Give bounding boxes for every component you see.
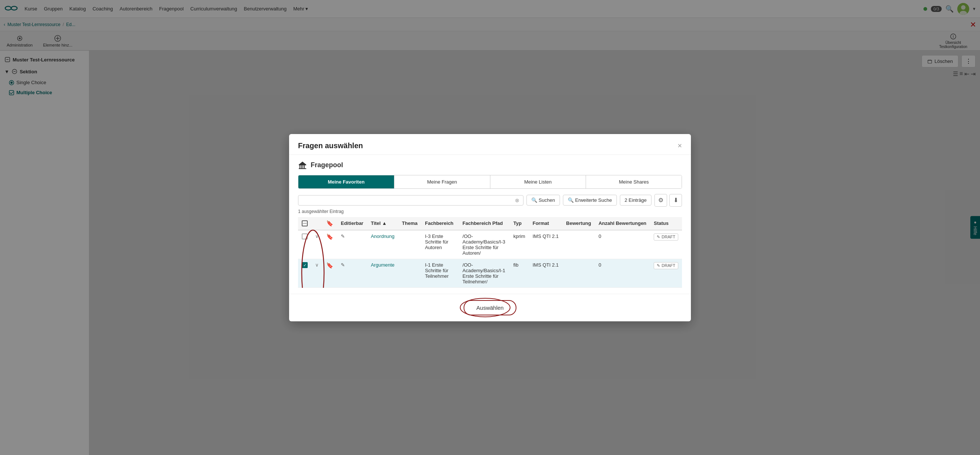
row-thema-1 <box>398 230 421 259</box>
search-magnifier-icon: 🔍 <box>531 197 537 203</box>
tab-meine-listen[interactable]: Meine Listen <box>490 176 586 188</box>
auswahlen-button[interactable]: Auswählen <box>464 300 516 315</box>
th-fachbereich-pfad[interactable]: Fachbereich Pfad <box>459 217 510 230</box>
search-clear-icon[interactable]: ⊗ <box>515 197 519 203</box>
row-format-1: IMS QTI 2.1 <box>529 230 562 259</box>
svg-rect-27 <box>302 165 303 168</box>
row-typ-1: kprim <box>510 230 529 259</box>
th-bookmark: 🔖 <box>323 217 337 230</box>
download-icon-button[interactable]: ⬇ <box>669 194 682 207</box>
selected-info: 1 ausgewählter Eintrag <box>298 209 682 214</box>
entries-count-badge: 2 Einträge <box>620 195 651 206</box>
row-edit-2[interactable]: ✎ <box>341 262 345 268</box>
modal-close-button[interactable]: × <box>678 142 682 149</box>
tab-meine-shares[interactable]: Meine Shares <box>586 176 682 188</box>
advanced-search-button[interactable]: 🔍 Erweiterte Suche <box>563 195 617 206</box>
row-typ-2: fib <box>510 259 529 287</box>
row-anzahl-2: 0 <box>595 259 651 287</box>
table-row: ∨ 🔖 ✎ Anordnung I <box>298 230 682 259</box>
th-anzahl-bewertungen[interactable]: Anzahl Bewertungen <box>595 217 651 230</box>
svg-marker-30 <box>299 161 306 164</box>
search-button[interactable]: 🔍 Suchen <box>527 195 560 206</box>
row-bookmark-2[interactable]: 🔖 <box>326 262 333 268</box>
row-anzahl-1: 0 <box>595 230 651 259</box>
row-fachbereich-pfad-2: /OO-Academy/Basics/I-1 Erste Schritte fü… <box>459 259 510 287</box>
questions-table-wrap: 🔖 Editierbar Titel ▲ Thema <box>298 217 682 288</box>
th-titel[interactable]: Titel ▲ <box>367 217 398 230</box>
fragen-auswahlen-modal: Fragen auswählen × Fragepool Me <box>289 134 691 321</box>
fragepool-label: Fragepool <box>311 161 343 169</box>
search-input-wrap: ⊗ <box>298 195 523 206</box>
settings-icon-button[interactable]: ⚙ <box>654 194 667 207</box>
th-select-all <box>298 217 312 230</box>
questions-table: 🔖 Editierbar Titel ▲ Thema <box>298 217 682 288</box>
pencil-icon: ✎ <box>657 235 660 239</box>
bookmark-header-icon: 🔖 <box>326 220 333 227</box>
adv-search-icon: 🔍 <box>568 197 574 203</box>
row-expand-1[interactable]: ∨ <box>315 233 319 239</box>
th-thema[interactable]: Thema <box>398 217 421 230</box>
row-bewertung-1 <box>563 230 595 259</box>
th-format[interactable]: Format <box>529 217 562 230</box>
row-thema-2 <box>398 259 421 287</box>
select-all-checkbox[interactable] <box>302 220 308 227</box>
row-checkbox-2[interactable] <box>302 262 308 268</box>
svg-rect-26 <box>301 165 302 168</box>
modal-title: Fragen auswählen <box>298 142 363 150</box>
tab-meine-fragen[interactable]: Meine Fragen <box>395 176 490 188</box>
svg-rect-28 <box>304 165 305 168</box>
search-bar: ⊗ 🔍 Suchen 🔍 Erweiterte Suche 2 Einträge… <box>298 194 682 207</box>
svg-rect-25 <box>299 165 300 168</box>
row-status-1: ✎ DRAFT <box>650 230 682 259</box>
row-fachbereich-pfad-1: /OO-Academy/Basics/I-3 Erste Schritte fü… <box>459 230 510 259</box>
svg-rect-24 <box>299 164 306 165</box>
th-bewertung[interactable]: Bewertung <box>563 217 595 230</box>
row-fachbereich-2: I-1 Erste Schritte für Teilnehmer <box>421 259 459 287</box>
modal-header: Fragen auswählen × <box>289 134 691 155</box>
row-bewertung-2 <box>563 259 595 287</box>
modal-body: Fragepool Meine Favoriten Meine Fragen M… <box>289 155 691 294</box>
pencil-icon: ✎ <box>657 263 660 268</box>
row-edit-1[interactable]: ✎ <box>341 233 345 239</box>
row-format-2: IMS QTI 2.1 <box>529 259 562 287</box>
row-bookmark-1[interactable]: 🔖 <box>326 233 333 240</box>
th-typ[interactable]: Typ <box>510 217 529 230</box>
th-editierbar[interactable]: Editierbar <box>337 217 367 230</box>
row-expand-2[interactable]: ∨ <box>315 262 319 268</box>
modal-overlay: Fragen auswählen × Fragepool Me <box>0 0 980 455</box>
fragepool-heading: Fragepool <box>298 161 682 170</box>
search-input[interactable] <box>302 197 513 203</box>
search-action-icons: ⚙ ⬇ <box>654 194 682 207</box>
row-title-2[interactable]: Argumente <box>371 262 395 268</box>
table-row: ∨ 🔖 ✎ Argumente I <box>298 259 682 287</box>
row-title-1[interactable]: Anordnung <box>371 233 395 239</box>
modal-tabs: Meine Favoriten Meine Fragen Meine Liste… <box>298 175 682 189</box>
row-checkbox-1[interactable] <box>302 233 308 239</box>
modal-footer: Auswählen <box>289 294 691 321</box>
svg-rect-29 <box>299 168 306 169</box>
tab-meine-favoriten[interactable]: Meine Favoriten <box>298 176 395 188</box>
th-status[interactable]: Status <box>650 217 682 230</box>
row-fachbereich-1: I-3 Erste Schritte für Autoren <box>421 230 459 259</box>
bank-icon <box>298 161 307 170</box>
th-fachbereich[interactable]: Fachbereich <box>421 217 459 230</box>
th-expand <box>312 217 323 230</box>
row-status-2: ✎ DRAFT <box>650 259 682 287</box>
